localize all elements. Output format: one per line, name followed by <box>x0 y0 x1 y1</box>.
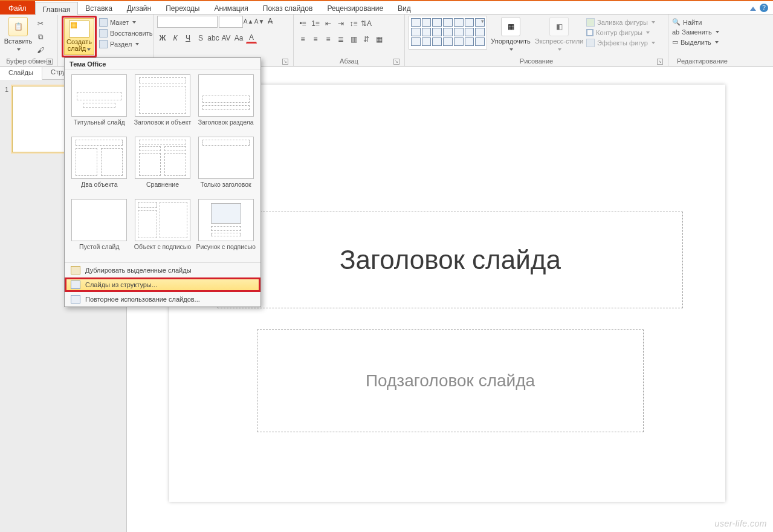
subtitle-placeholder[interactable]: Подзаголовок слайда <box>257 329 644 432</box>
tab-review[interactable]: Рецензирование <box>320 1 390 15</box>
find-button[interactable]: 🔍Найти <box>672 18 719 26</box>
select-button[interactable]: ▭Выделить <box>672 38 719 46</box>
panel-tab-slides[interactable]: Слайды <box>0 67 42 80</box>
layout-icon <box>99 18 108 27</box>
shadow-icon[interactable]: abc <box>208 33 219 44</box>
spacing-icon[interactable]: AV <box>221 33 231 44</box>
new-slide-button[interactable]: Создать слайд <box>64 18 94 55</box>
shapes-gallery[interactable]: ▾ <box>409 16 487 50</box>
indent-dec-icon[interactable]: ⇤ <box>323 18 334 29</box>
underline-icon[interactable]: Ч <box>183 33 193 44</box>
watermark: user-life.com <box>715 519 767 528</box>
tab-animation[interactable]: Анимация <box>207 1 255 15</box>
shape-outline-button[interactable]: Контур фигуры <box>586 29 655 36</box>
numbering-icon[interactable]: 1≡ <box>310 18 321 29</box>
gallery-header: Тема Office <box>65 58 260 70</box>
tab-transitions[interactable]: Переходы <box>158 1 207 15</box>
section-button[interactable]: Раздел <box>99 40 152 48</box>
bold-icon[interactable]: Ж <box>157 33 168 44</box>
smartart-icon[interactable]: ▦ <box>374 34 384 45</box>
dialog-launcher-icon[interactable]: ↘ <box>393 59 399 65</box>
replace-icon: ab <box>672 28 679 36</box>
reset-button[interactable]: Восстановить <box>99 29 152 37</box>
columns-icon[interactable]: ▥ <box>348 34 359 45</box>
shape-fill-button[interactable]: Заливка фигуры <box>586 18 655 27</box>
tab-slideshow[interactable]: Показ слайдов <box>256 1 320 15</box>
duplicate-icon <box>71 266 80 274</box>
dialog-launcher-icon[interactable]: ↘ <box>657 59 663 65</box>
group-drawing-title: Рисование↘ <box>409 57 664 66</box>
italic-icon[interactable]: К <box>170 33 181 44</box>
layout-content-caption[interactable]: Объект с подписью <box>133 199 193 258</box>
align-center-icon[interactable]: ≡ <box>310 34 321 45</box>
quick-styles-button[interactable]: ◧ Экспресс-стили <box>534 16 584 52</box>
grow-font-icon[interactable]: A▲ <box>243 16 254 27</box>
effects-icon <box>586 39 595 47</box>
group-paragraph-title: Абзац↘ <box>297 57 401 66</box>
arrange-button[interactable]: ▦ Упорядочить <box>490 16 532 52</box>
file-tab[interactable]: Файл <box>0 1 35 15</box>
bullets-icon[interactable]: •≡ <box>297 18 308 29</box>
arrange-icon: ▦ <box>501 17 520 36</box>
layout-title-only[interactable]: Только заголовок <box>196 137 256 195</box>
font-color-icon[interactable]: A <box>246 33 257 44</box>
font-family-combo[interactable] <box>157 16 218 28</box>
group-clipboard-title: Буфер обмена↘ <box>4 57 54 66</box>
cut-icon[interactable]: ✂ <box>35 18 46 29</box>
layout-two-content[interactable]: Два объекта <box>70 137 129 195</box>
quick-styles-icon: ◧ <box>549 17 569 36</box>
outline-icon <box>586 29 593 36</box>
tab-home[interactable]: Главная <box>35 2 79 15</box>
reuse-icon <box>71 295 80 303</box>
help-icon[interactable]: ? <box>760 4 768 12</box>
copy-icon[interactable]: ⧉ <box>35 31 46 42</box>
reset-icon <box>99 29 108 37</box>
text-direction-icon[interactable]: ⇅A <box>361 18 372 29</box>
align-text-icon[interactable]: ⇵ <box>361 34 372 45</box>
align-left-icon[interactable]: ≡ <box>297 34 308 45</box>
find-icon: 🔍 <box>672 18 681 26</box>
layout-button[interactable]: Макет <box>99 18 152 27</box>
replace-button[interactable]: abЗаменить <box>672 28 719 36</box>
layout-picture-caption[interactable]: Рисунок с подписью <box>196 199 256 258</box>
tab-view[interactable]: Вид <box>390 1 418 15</box>
slides-from-outline-item[interactable]: Слайды из структуры... <box>65 277 260 292</box>
clear-format-icon[interactable]: A̶ <box>265 16 276 27</box>
paste-button[interactable]: 📋 Вставить <box>4 16 33 52</box>
shape-effects-button[interactable]: Эффекты фигур <box>586 39 655 47</box>
expand-gallery-icon[interactable]: ▾ <box>481 18 484 24</box>
layout-comparison[interactable]: Сравнение <box>133 137 193 195</box>
thumb-number: 1 <box>5 86 8 152</box>
indent-inc-icon[interactable]: ⇥ <box>335 18 346 29</box>
duplicate-slides-item[interactable]: Дублировать выделенные слайды <box>65 263 260 277</box>
group-editing-title: Редактирование <box>672 57 733 66</box>
reuse-slides-item[interactable]: Повторное использование слайдов... <box>65 292 260 307</box>
outline-file-icon <box>71 281 80 289</box>
dialog-launcher-icon[interactable]: ↘ <box>47 59 53 65</box>
clipboard-icon: 📋 <box>8 17 28 36</box>
tab-insert[interactable]: Вставка <box>78 1 120 15</box>
paste-label: Вставить <box>4 37 33 45</box>
new-slide-icon <box>69 21 89 37</box>
font-size-combo[interactable] <box>219 16 243 28</box>
layout-title-content[interactable]: Заголовок и объект <box>133 74 193 133</box>
select-icon: ▭ <box>672 38 678 46</box>
fill-icon <box>586 18 595 27</box>
shrink-font-icon[interactable]: A▼ <box>254 16 265 27</box>
case-icon[interactable]: Aa <box>233 33 244 44</box>
line-spacing-icon[interactable]: ↕≡ <box>348 18 359 29</box>
tabs-bar: Файл Главная Вставка Дизайн Переходы Ани… <box>0 1 773 15</box>
title-placeholder[interactable]: Заголовок слайда <box>218 212 683 308</box>
justify-icon[interactable]: ≣ <box>335 34 346 45</box>
layout-blank[interactable]: Пустой слайд <box>70 199 129 258</box>
layout-title-slide[interactable]: Титульный слайд <box>70 74 129 133</box>
strike-icon[interactable]: S <box>195 33 206 44</box>
tab-design[interactable]: Дизайн <box>120 1 158 15</box>
format-painter-icon[interactable]: 🖌 <box>35 45 46 56</box>
align-right-icon[interactable]: ≡ <box>323 34 334 45</box>
minimize-ribbon-icon[interactable] <box>750 7 756 11</box>
dialog-launcher-icon[interactable]: ↘ <box>282 59 288 65</box>
new-slide-gallery-dropdown: Тема Office Титульный слайд Заголовок и … <box>64 57 261 307</box>
layout-section-header[interactable]: Заголовок раздела <box>196 74 256 133</box>
section-icon <box>99 40 108 48</box>
